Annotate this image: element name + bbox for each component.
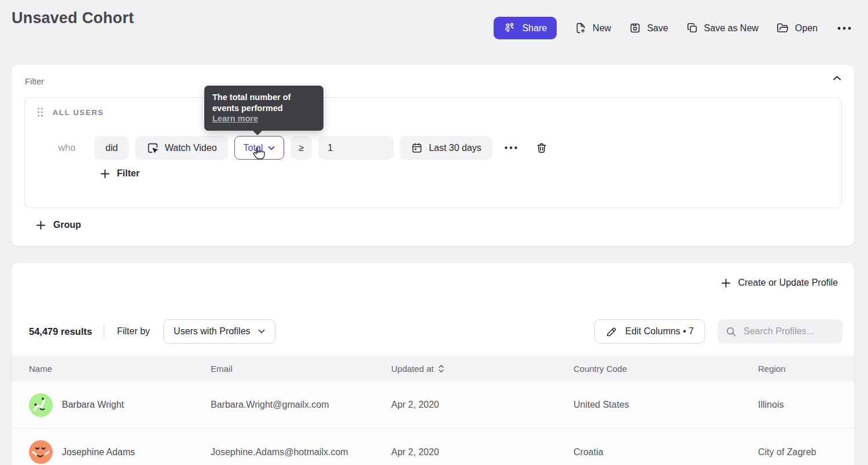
filter-group-header: ALL USERS xyxy=(36,107,104,117)
edit-columns-button[interactable]: Edit Columns • 7 xyxy=(594,319,705,344)
plus-icon xyxy=(36,220,46,230)
plus-icon xyxy=(100,169,110,179)
tooltip-text: The total number of events performed xyxy=(212,92,315,113)
group-label: ALL USERS xyxy=(53,108,104,117)
add-group-button[interactable]: Group xyxy=(36,220,81,230)
profile-updated-at: Apr 2, 2020 xyxy=(391,447,573,457)
sort-icon[interactable] xyxy=(438,364,444,373)
condition-more-button[interactable] xyxy=(503,144,519,152)
date-range-selector[interactable]: Last 30 days xyxy=(400,136,492,160)
search-profiles-input[interactable] xyxy=(744,326,835,337)
page-title: Unsaved Cohort xyxy=(12,9,134,27)
save-label: Save xyxy=(647,23,668,34)
new-button[interactable]: New xyxy=(575,22,611,34)
share-label: Share xyxy=(522,23,547,34)
filter-condition-row: who did Watch Video Total xyxy=(58,136,549,160)
profile-email: Barbara.Wright@gmailx.com xyxy=(211,400,391,410)
pencil-icon xyxy=(605,326,617,338)
create-or-update-profile-button[interactable]: Create or Update Profile xyxy=(721,278,838,288)
delete-condition-button[interactable] xyxy=(534,141,549,156)
ellipsis-icon xyxy=(504,145,518,150)
avatar xyxy=(29,440,53,464)
aggregation-selector[interactable]: Total xyxy=(234,136,285,160)
share-button[interactable]: Share xyxy=(494,17,557,39)
add-filter-label: Filter xyxy=(117,168,139,179)
save-button[interactable]: Save xyxy=(629,22,668,34)
column-header-email[interactable]: Email xyxy=(211,364,391,374)
profile-country-code: United States xyxy=(573,400,758,410)
collapse-filter-button[interactable] xyxy=(830,73,844,83)
toolbar-divider xyxy=(104,324,104,339)
operator-label: ≥ xyxy=(299,143,304,153)
folder-open-icon xyxy=(777,22,789,35)
column-header-region[interactable]: Region xyxy=(758,364,837,374)
profile-name-cell: Josephine Adams xyxy=(29,440,211,464)
drag-handle-icon[interactable] xyxy=(36,107,44,117)
top-toolbar: Share New Save xyxy=(494,17,853,39)
ellipsis-icon xyxy=(837,25,852,31)
profile-email: Josephine.Adams@hotmailx.com xyxy=(211,447,391,457)
profile-country-code: Croatia xyxy=(573,447,758,457)
profile-updated-at: Apr 2, 2020 xyxy=(391,400,573,410)
profile-filter-value: Users with Profiles xyxy=(174,326,250,337)
profile-name-cell: Barbara Wright xyxy=(29,393,211,417)
profiles-table: Name Email Updated at Country Code Regio… xyxy=(12,356,854,465)
operator-selector[interactable]: ≥ xyxy=(290,136,312,160)
copy-icon xyxy=(686,22,698,34)
filter-panel-title: Filter xyxy=(25,76,44,86)
results-count: 54,479 results xyxy=(29,326,92,337)
did-label: did xyxy=(105,143,117,153)
results-toolbar: 54,479 results Filter by Users with Prof… xyxy=(29,319,843,344)
chevron-down-icon xyxy=(258,329,265,334)
more-options-button[interactable] xyxy=(836,24,853,32)
save-as-new-button[interactable]: Save as New xyxy=(686,22,759,34)
learn-more-link[interactable]: Learn more xyxy=(212,114,258,123)
create-or-update-profile-label: Create or Update Profile xyxy=(738,278,838,288)
click-event-icon xyxy=(146,142,159,154)
profile-region: Illinois xyxy=(758,400,837,410)
profile-name: Barbara Wright xyxy=(62,400,124,410)
trash-icon xyxy=(535,142,548,154)
filter-group-all-users: ALL USERS who did Watch Video Total xyxy=(24,97,842,208)
profile-name: Josephine Adams xyxy=(62,447,135,457)
add-group-label: Group xyxy=(53,220,81,230)
new-label: New xyxy=(593,23,611,34)
results-panel: Create or Update Profile 54,479 results … xyxy=(12,263,854,465)
avatar xyxy=(29,393,53,417)
profile-region: City of Zagreb xyxy=(758,447,837,457)
table-row[interactable]: Josephine Adams Josephine.Adams@hotmailx… xyxy=(12,429,854,465)
save-icon xyxy=(629,22,641,34)
search-profiles-box xyxy=(718,319,843,344)
event-selector[interactable]: Watch Video xyxy=(135,136,228,160)
chevron-up-icon xyxy=(833,75,841,81)
open-label: Open xyxy=(795,23,818,34)
edit-columns-label: Edit Columns • 7 xyxy=(625,326,694,337)
share-users-icon xyxy=(503,22,516,34)
plus-icon xyxy=(721,278,731,288)
search-icon xyxy=(725,326,737,338)
column-header-updated-at-label: Updated at xyxy=(391,364,433,374)
add-filter-button[interactable]: Filter xyxy=(100,168,139,179)
table-header-row: Name Email Updated at Country Code Regio… xyxy=(12,356,854,382)
open-button[interactable]: Open xyxy=(777,22,818,35)
did-selector[interactable]: did xyxy=(94,136,128,160)
table-row[interactable]: Barbara Wright Barbara.Wright@gmailx.com… xyxy=(12,382,854,429)
event-name-label: Watch Video xyxy=(165,143,217,153)
profile-filter-dropdown[interactable]: Users with Profiles xyxy=(163,319,275,344)
column-header-updated-at[interactable]: Updated at xyxy=(391,364,573,374)
save-as-new-label: Save as New xyxy=(704,23,759,34)
column-header-country-code[interactable]: Country Code xyxy=(573,364,758,374)
calendar-icon xyxy=(411,142,423,154)
chevron-down-icon xyxy=(268,146,275,150)
column-header-name[interactable]: Name xyxy=(29,364,211,374)
date-range-label: Last 30 days xyxy=(429,143,481,153)
aggregation-label: Total xyxy=(244,143,263,153)
filter-panel: Filter ALL USERS who did xyxy=(12,65,854,246)
filter-by-label: Filter by xyxy=(117,326,150,337)
file-plus-icon xyxy=(575,22,587,34)
value-input[interactable] xyxy=(318,136,393,160)
who-label: who xyxy=(58,143,75,153)
tooltip-tail xyxy=(252,130,263,135)
aggregation-tooltip: The total number of events performed Lea… xyxy=(204,86,323,131)
